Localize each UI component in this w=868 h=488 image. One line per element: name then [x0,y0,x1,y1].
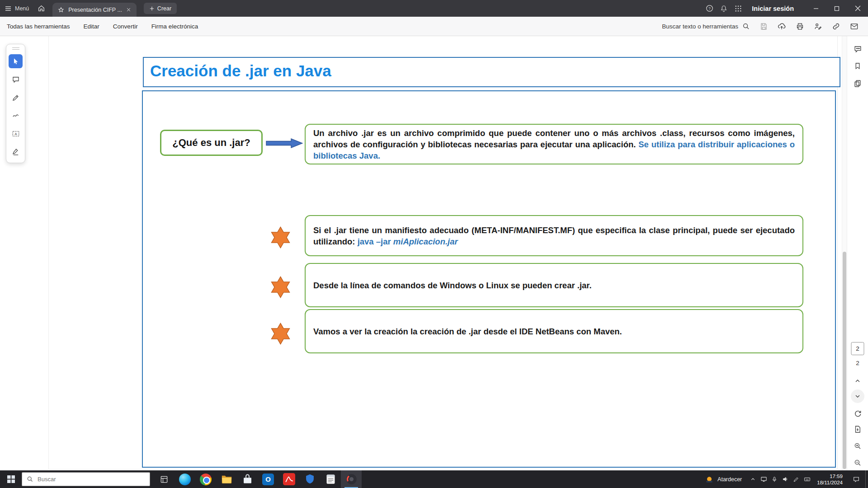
send-email-button[interactable] [847,19,861,33]
active-app-button[interactable] [341,470,362,488]
weather-label: Atardecer [717,476,742,483]
add-text-tool-button[interactable]: A [9,127,23,141]
question-label: ¿Qué es un .jar? [172,137,250,149]
previous-page-button[interactable] [851,374,864,388]
select-tool-button[interactable] [9,54,23,68]
hidden-icons-button[interactable] [747,470,758,488]
menu-convert[interactable]: Convertir [113,23,138,30]
notifications-button[interactable] [717,1,731,16]
zoom-in-icon [854,442,862,450]
taskbar-search-input[interactable] [38,476,128,483]
notepad-app-button[interactable] [320,470,341,488]
security-app-button[interactable] [299,470,320,488]
highlight-tool-button[interactable] [9,90,23,104]
share-link-button[interactable] [829,19,843,33]
favorite-star-icon [58,7,64,13]
next-page-button[interactable] [851,389,864,403]
right-panel-rail: 2 2 [847,36,868,470]
toolbar: Todas las herramientas Editar Convertir … [0,17,868,36]
rail-drag-handle[interactable] [12,47,19,50]
info-box-4-text: Vamos a ver la creación la creación de .… [313,326,795,337]
windows-logo-icon [7,475,15,483]
search-icon [742,23,750,30]
home-button[interactable] [33,0,49,17]
chevron-up-icon [750,476,756,482]
document-tab[interactable]: Presentación CIFP ... [52,3,137,17]
tab-close-icon[interactable] [126,7,131,12]
keyboard-tray-button[interactable] [802,470,812,488]
printer-icon [796,22,804,31]
scrollbar-thumb[interactable] [843,252,846,469]
vertical-scrollbar[interactable] [842,36,847,470]
pen-tray-button[interactable] [791,470,802,488]
taskbar-clock[interactable]: 17:59 18/11/2024 [812,473,847,486]
display-tray-button[interactable] [758,470,769,488]
action-center-button[interactable] [847,470,865,488]
sign-nib-icon [12,148,20,156]
maximize-icon [834,6,840,11]
create-button[interactable]: Crear [144,3,177,14]
info-box-manifest: Si el .jar tiene un manifiesto adecuado … [305,215,803,256]
taskbar-search[interactable] [22,472,150,486]
request-signature-button[interactable] [811,19,825,33]
search-tools-field[interactable]: Buscar texto o herramientas [662,23,753,30]
acrobat-app-button[interactable] [278,470,299,488]
svg-text:A: A [14,132,17,136]
minimize-icon [813,6,819,11]
weather-widget[interactable]: Atardecer [699,470,747,488]
fill-sign-tool-button[interactable] [9,145,23,159]
search-icon [27,476,33,483]
help-icon: ? [705,4,714,13]
export-page-button[interactable] [851,422,864,436]
draw-squiggle-icon [12,112,20,120]
home-icon [38,5,45,12]
hamburger-icon [5,5,12,12]
volume-tray-button[interactable] [780,470,791,488]
outlook-app-button[interactable]: O [258,470,278,488]
star-bullet-icon [270,226,291,249]
chrome-app-button[interactable] [195,470,216,488]
star-bullet-icon [270,276,291,298]
current-page-input[interactable]: 2 [851,342,864,355]
chevron-up-icon [854,377,861,385]
shield-icon [304,473,316,485]
cloud-upload-button[interactable] [774,19,789,33]
close-window-button[interactable] [847,0,868,17]
box2-command-italic: miAplicacion.jar [393,237,458,246]
print-button[interactable] [793,19,807,33]
refresh-view-button[interactable] [851,407,864,421]
minimize-button[interactable] [806,0,826,17]
task-view-button[interactable] [154,470,175,488]
zoom-in-button[interactable] [851,439,864,453]
maximize-button[interactable] [826,0,847,17]
pen-icon [793,476,799,483]
right-block-arrow [266,138,303,149]
store-app-button[interactable] [237,470,258,488]
comment-tool-button[interactable] [9,72,23,86]
comments-panel-button[interactable] [851,42,864,56]
edge-app-button[interactable] [175,470,195,488]
keyboard-icon [804,476,811,483]
apps-waffle-button[interactable] [731,1,745,16]
zoom-out-button[interactable] [851,456,864,469]
menu-edit[interactable]: Editar [84,23,99,30]
start-button[interactable] [0,470,22,488]
draw-tool-button[interactable] [9,108,23,122]
star-bullet-icon [270,323,291,345]
refresh-icon [854,410,862,418]
microphone-tray-button[interactable] [769,470,780,488]
sign-in-button[interactable]: Iniciar sesión [752,5,794,12]
help-button[interactable]: ? [702,1,717,16]
bookmarks-panel-button[interactable] [851,59,864,73]
link-icon [832,22,840,31]
pdf-page: Creación de .jar en Java ¿Qué es un .jar… [49,36,837,469]
acrobat-window: Menú Presentación CIFP ... [0,0,868,488]
app-menu-button[interactable]: Menú [0,0,33,17]
page-thumbnails-button[interactable] [851,77,864,90]
show-desktop-button[interactable] [865,470,868,488]
save-button[interactable] [756,19,771,33]
menu-all-tools[interactable]: Todas las herramientas [7,23,70,30]
total-pages-label: 2 [856,360,859,366]
menu-esign[interactable]: Firma electrónica [151,23,198,30]
file-explorer-button[interactable] [216,470,237,488]
